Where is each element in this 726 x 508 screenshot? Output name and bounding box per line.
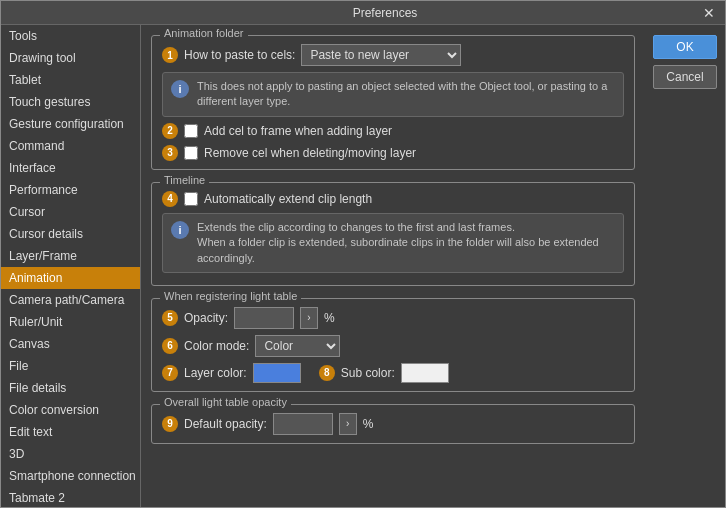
overall-opacity-title: Overall light table opacity	[160, 396, 291, 408]
sidebar-item-tools[interactable]: Tools	[1, 25, 140, 47]
paste-select[interactable]: Paste to new layerPaste to existing laye…	[301, 44, 461, 66]
sidebar-item-cursor[interactable]: Cursor	[1, 201, 140, 223]
right-buttons: OK Cancel	[645, 25, 725, 507]
default-opacity-arrow[interactable]: ›	[339, 413, 357, 435]
ok-button[interactable]: OK	[653, 35, 717, 59]
sidebar-item-tabmate-2[interactable]: Tabmate 2	[1, 487, 140, 507]
default-opacity-input[interactable]: 50	[273, 413, 333, 435]
badge-9: 9	[162, 416, 178, 432]
sidebar: ToolsDrawing toolTabletTouch gesturesGes…	[1, 25, 141, 507]
info-text-2a: Extends the clip according to changes to…	[197, 221, 515, 233]
paste-cels-row: 1 How to paste to cels: Paste to new lay…	[162, 44, 624, 66]
default-opacity-percent: %	[363, 417, 374, 431]
remove-cel-row: 3 Remove cel when deleting/moving layer	[162, 145, 624, 161]
sidebar-item-layer-frame[interactable]: Layer/Frame	[1, 245, 140, 267]
timeline-title: Timeline	[160, 174, 209, 186]
add-cel-row: 2 Add cel to frame when adding layer	[162, 123, 624, 139]
opacity-label: Opacity:	[184, 311, 228, 325]
sidebar-item-file[interactable]: File	[1, 355, 140, 377]
sidebar-item-interface[interactable]: Interface	[1, 157, 140, 179]
main-content: ToolsDrawing toolTabletTouch gesturesGes…	[1, 25, 725, 507]
sidebar-item-tablet[interactable]: Tablet	[1, 69, 140, 91]
sidebar-item-3d[interactable]: 3D	[1, 443, 140, 465]
dialog-title: Preferences	[69, 6, 701, 20]
badge-4: 4	[162, 191, 178, 207]
sidebar-item-ruler-unit[interactable]: Ruler/Unit	[1, 311, 140, 333]
sidebar-item-canvas[interactable]: Canvas	[1, 333, 140, 355]
badge-8: 8	[319, 365, 335, 381]
info-icon-2: i	[171, 221, 189, 239]
opacity-row: 5 Opacity: 100 › %	[162, 307, 624, 329]
close-button[interactable]: ✕	[701, 5, 717, 21]
sidebar-item-performance[interactable]: Performance	[1, 179, 140, 201]
layer-color-row: 7 Layer color: 8 Sub color:	[162, 363, 624, 383]
info-box-2: i Extends the clip according to changes …	[162, 213, 624, 273]
badge-7: 7	[162, 365, 178, 381]
add-cel-checkbox[interactable]	[184, 124, 198, 138]
info-text-2: Extends the clip according to changes to…	[197, 220, 615, 266]
info-box-1: i This does not apply to pasting an obje…	[162, 72, 624, 117]
overall-opacity-group: Overall light table opacity 9 Default op…	[151, 404, 635, 444]
info-icon-1: i	[171, 80, 189, 98]
extend-clip-row: 4 Automatically extend clip length	[162, 191, 624, 207]
color-mode-row: 6 Color mode: ColorGrayscale	[162, 335, 624, 357]
sidebar-item-smartphone-connection[interactable]: Smartphone connection	[1, 465, 140, 487]
layer-color-swatch[interactable]	[253, 363, 301, 383]
sidebar-item-drawing-tool[interactable]: Drawing tool	[1, 47, 140, 69]
color-mode-label: Color mode:	[184, 339, 249, 353]
badge-6: 6	[162, 338, 178, 354]
badge-3: 3	[162, 145, 178, 161]
sidebar-item-touch-gestures[interactable]: Touch gestures	[1, 91, 140, 113]
sidebar-item-camera-path-camera[interactable]: Camera path/Camera	[1, 289, 140, 311]
sidebar-item-cursor-details[interactable]: Cursor details	[1, 223, 140, 245]
sidebar-item-color-conversion[interactable]: Color conversion	[1, 399, 140, 421]
remove-cel-label: Remove cel when deleting/moving layer	[204, 146, 416, 160]
animation-folder-title: Animation folder	[160, 27, 248, 39]
extend-clip-label: Automatically extend clip length	[204, 192, 372, 206]
opacity-arrow[interactable]: ›	[300, 307, 318, 329]
opacity-input[interactable]: 100	[234, 307, 294, 329]
color-mode-select[interactable]: ColorGrayscale	[255, 335, 340, 357]
sidebar-item-gesture-configuration[interactable]: Gesture configuration	[1, 113, 140, 135]
sub-color-swatch[interactable]	[401, 363, 449, 383]
badge-5: 5	[162, 310, 178, 326]
preferences-dialog: Preferences ✕ ToolsDrawing toolTabletTou…	[0, 0, 726, 508]
cancel-button[interactable]: Cancel	[653, 65, 717, 89]
info-text-2b: When a folder clip is extended, subordin…	[197, 236, 599, 263]
default-opacity-row: 9 Default opacity: 50 › %	[162, 413, 624, 435]
badge-1: 1	[162, 47, 178, 63]
animation-folder-group: Animation folder 1 How to paste to cels:…	[151, 35, 635, 170]
opacity-percent: %	[324, 311, 335, 325]
sidebar-item-file-details[interactable]: File details	[1, 377, 140, 399]
default-opacity-label: Default opacity:	[184, 417, 267, 431]
extend-clip-checkbox[interactable]	[184, 192, 198, 206]
sidebar-item-edit-text[interactable]: Edit text	[1, 421, 140, 443]
remove-cel-checkbox[interactable]	[184, 146, 198, 160]
paste-label: How to paste to cels:	[184, 48, 295, 62]
badge-2: 2	[162, 123, 178, 139]
content-area: Animation folder 1 How to paste to cels:…	[141, 25, 645, 507]
add-cel-label: Add cel to frame when adding layer	[204, 124, 392, 138]
sidebar-item-animation[interactable]: Animation	[1, 267, 140, 289]
light-table-group: When registering light table 5 Opacity: …	[151, 298, 635, 392]
title-bar: Preferences ✕	[1, 1, 725, 25]
light-table-title: When registering light table	[160, 290, 301, 302]
sub-color-label: Sub color:	[341, 366, 395, 380]
layer-color-label: Layer color:	[184, 366, 247, 380]
timeline-group: Timeline 4 Automatically extend clip len…	[151, 182, 635, 286]
sidebar-item-command[interactable]: Command	[1, 135, 140, 157]
info-text-1: This does not apply to pasting an object…	[197, 79, 615, 110]
